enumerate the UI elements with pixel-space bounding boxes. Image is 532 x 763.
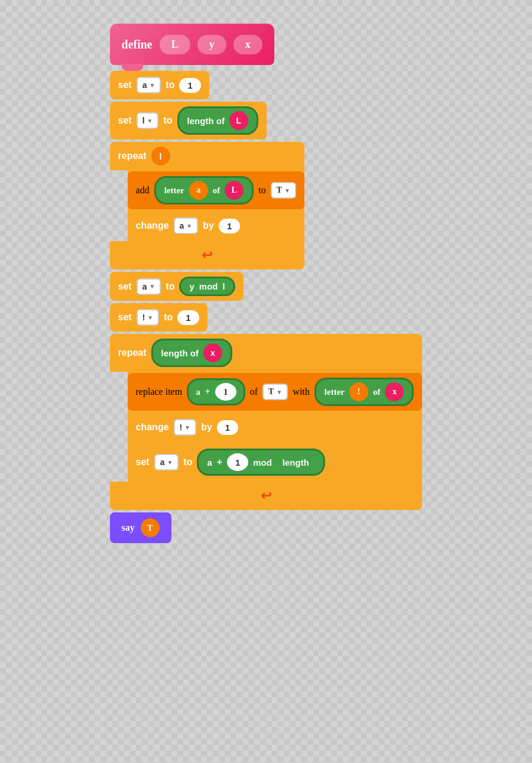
y-circle: y xyxy=(189,281,194,291)
var-excl-dropdown[interactable]: ! ▼ xyxy=(137,309,160,326)
set-excl-1-block: set ! ▼ to 1 xyxy=(110,303,207,332)
letter-label: letter xyxy=(164,186,184,196)
add-letter-block: add letter a of L to T ▼ xyxy=(128,171,304,209)
set-keyword4: set xyxy=(118,312,132,323)
set-a-mod-block: set a ▼ to a + 1 mod length xyxy=(128,444,423,480)
replace-item-block: replace item a + 1 of T ▼ with letter xyxy=(128,373,423,411)
of-label3: of xyxy=(373,387,381,397)
say-block: say T xyxy=(110,512,171,543)
length-of-label2: length of xyxy=(161,348,199,358)
length-of-L-pill: length of L xyxy=(177,106,258,135)
var-a-dropdown2[interactable]: a ▼ xyxy=(174,217,199,234)
repeat-length-x-footer: ↩ xyxy=(110,482,423,510)
loop-arrow: ↩ xyxy=(202,248,212,263)
one-circle[interactable]: 1 xyxy=(215,383,236,401)
var-a-dropdown[interactable]: a ▼ xyxy=(137,77,161,93)
set-keyword: set xyxy=(118,80,132,90)
repeat-keyword: repeat xyxy=(118,151,147,161)
length-oval: length xyxy=(277,457,315,467)
letter-excl-of-x-pill: letter ! of x xyxy=(314,378,414,406)
repeat-length-x-header: repeat length of x xyxy=(110,334,423,372)
of-label2: of xyxy=(250,387,258,397)
repeat-l-footer: ↩ xyxy=(110,241,304,270)
to-label2: to xyxy=(163,115,172,126)
repeat-l-body: add letter a of L to T ▼ xyxy=(128,170,304,241)
letter-a-of-L-pill: letter a of L xyxy=(154,176,254,204)
set-keyword2: set xyxy=(118,115,132,126)
to-label3: to xyxy=(258,185,265,196)
repeat-keyword2: repeat xyxy=(118,348,147,358)
L-circle2: L xyxy=(225,181,244,200)
to-label6: to xyxy=(183,457,192,467)
define-param-L[interactable]: L xyxy=(160,35,190,54)
excl-circle: ! xyxy=(349,382,368,401)
a-plus-1-pill: a + 1 xyxy=(187,378,245,405)
blocks-container: define L y x set a ▼ to 1 set l ▼ to len… xyxy=(110,24,423,543)
to-label: to xyxy=(166,80,174,90)
x-circle: x xyxy=(203,343,222,362)
a-circle2: a xyxy=(196,387,200,397)
to-label5: to xyxy=(164,312,173,323)
repeat-l-cblock: repeat l add letter a of L xyxy=(110,142,304,270)
value-1d[interactable]: 1 xyxy=(217,420,238,435)
var-a-dropdown4[interactable]: a ▼ xyxy=(154,454,179,470)
L-circle: L xyxy=(229,111,248,130)
value-1[interactable]: 1 xyxy=(179,78,200,93)
repeat-l-var: l xyxy=(151,147,170,165)
by-label2: by xyxy=(201,422,212,433)
by-label: by xyxy=(203,220,214,231)
change-a-block: change a ▼ by 1 xyxy=(128,212,304,240)
define-block: define L y x xyxy=(110,24,274,65)
replace-item-keyword: replace item xyxy=(136,387,183,397)
repeat-l-header: repeat l xyxy=(110,142,304,170)
repeat-length-x-cblock: repeat length of x replace item a + 1 xyxy=(110,334,423,510)
one-circle2[interactable]: 1 xyxy=(227,453,248,471)
of-label: of xyxy=(213,186,220,196)
say-keyword: say xyxy=(122,522,135,533)
var-l-dropdown[interactable]: l ▼ xyxy=(137,112,159,129)
add-keyword: add xyxy=(136,185,150,196)
a-circle3: a xyxy=(207,457,212,467)
y-mod-l-pill: y mod l xyxy=(179,277,235,296)
length-of-label: length of xyxy=(187,116,225,126)
change-keyword: change xyxy=(136,220,169,231)
value-1b[interactable]: 1 xyxy=(219,219,240,233)
set-a-1-block: set a ▼ to 1 xyxy=(110,71,209,99)
T-dropdown2[interactable]: T ▼ xyxy=(262,384,288,400)
change-excl-block: change ! ▼ by 1 xyxy=(128,413,423,441)
define-param-y[interactable]: y xyxy=(197,35,226,54)
with-label: with xyxy=(293,387,309,397)
loop-arrow2: ↩ xyxy=(261,488,271,504)
var-a-dropdown3[interactable]: a ▼ xyxy=(137,278,161,295)
set-a-ymodl-block: set a ▼ to y mod l xyxy=(110,272,244,301)
repeat-length-x-body: replace item a + 1 of T ▼ with letter xyxy=(128,372,423,482)
set-keyword3: set xyxy=(118,281,132,292)
var-excl-dropdown2[interactable]: ! ▼ xyxy=(174,419,197,436)
x-circle2: x xyxy=(385,382,404,401)
letter-label2: letter xyxy=(325,387,345,397)
define-param-x[interactable]: x xyxy=(233,35,262,54)
to-label4: to xyxy=(166,281,174,292)
plus-sign: + xyxy=(205,387,210,397)
value-1c[interactable]: 1 xyxy=(177,310,199,325)
l-circle: l xyxy=(222,281,225,291)
T-circle: T xyxy=(141,518,160,537)
change-keyword2: change xyxy=(136,422,169,433)
set-keyword5: set xyxy=(136,457,150,467)
length-of-x-pill: length of x xyxy=(151,339,232,367)
define-label: define xyxy=(122,38,153,51)
a-circle: a xyxy=(189,181,208,200)
mod-label: mod xyxy=(199,281,218,291)
set-l-length-block: set l ▼ to length of L xyxy=(110,102,267,139)
mod-label2: mod xyxy=(253,457,272,467)
a-plus-1-mod-length-pill: a + 1 mod length xyxy=(197,449,325,476)
T-dropdown[interactable]: T ▼ xyxy=(271,182,296,199)
plus-sign2: + xyxy=(217,457,222,467)
